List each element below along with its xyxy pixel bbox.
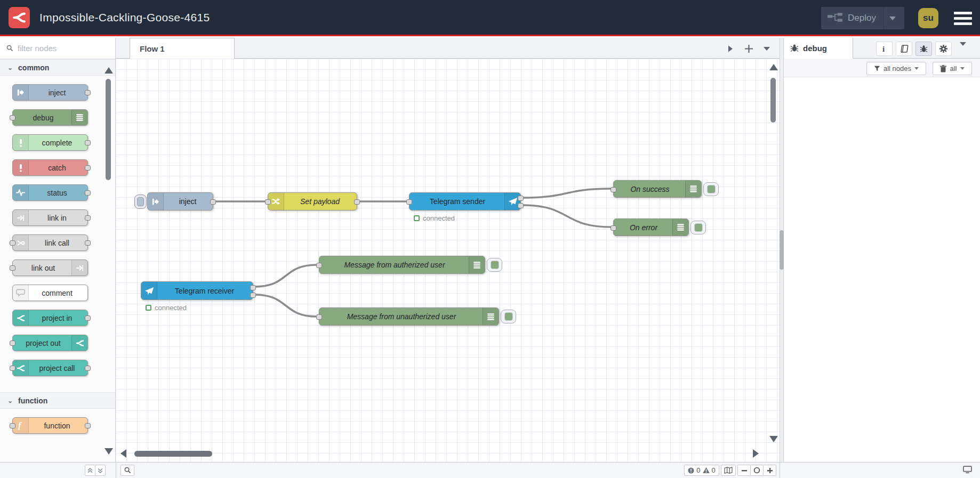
help-sidebar-button[interactable]: [896, 42, 912, 56]
palette-node-catch[interactable]: catch: [12, 159, 88, 176]
deploy-button[interactable]: Deploy: [821, 7, 904, 29]
node-output-port[interactable]: [85, 423, 91, 428]
node-input-port[interactable]: [265, 199, 271, 205]
palette-filter[interactable]: filter nodes: [0, 38, 115, 59]
palette-node-inject[interactable]: inject: [12, 84, 88, 101]
flow-node-telegram-sender[interactable]: Telegram senderconnected: [409, 192, 521, 210]
palette-node-comment[interactable]: comment: [12, 285, 88, 301]
tab-debug[interactable]: debug: [784, 38, 853, 59]
node-output-port[interactable]: [250, 285, 256, 290]
zoom-in-button[interactable]: [763, 465, 776, 476]
palette-scrollbar-thumb[interactable]: [106, 79, 111, 180]
debug-sidebar-button[interactable]: [915, 42, 932, 56]
canvas-hscrollbar-thumb[interactable]: [134, 451, 212, 457]
canvas-scroll-right[interactable]: [753, 449, 759, 458]
node-output-port[interactable]: [85, 240, 91, 246]
debug-filter-button[interactable]: all nodes: [866, 62, 926, 75]
debug-clear-button[interactable]: all: [933, 62, 972, 75]
wire-telegram-receiver-to-msg-unauthorized[interactable]: [255, 295, 317, 317]
tab-list-caret[interactable]: [760, 42, 774, 55]
user-avatar[interactable]: su: [918, 8, 938, 28]
inject-trigger-button[interactable]: [134, 195, 147, 209]
canvas-scroll-up[interactable]: [769, 64, 778, 70]
palette-category-function[interactable]: ⌄function: [0, 392, 115, 409]
node-input-port[interactable]: [611, 187, 616, 192]
palette-scroll-down[interactable]: [105, 448, 113, 455]
palette-node-complete[interactable]: complete: [12, 134, 88, 151]
warning-count: 0: [712, 466, 716, 474]
node-input-port[interactable]: [10, 115, 15, 120]
palette-expand-categories-button[interactable]: [95, 465, 106, 476]
palette-node-link-in[interactable]: link in: [12, 209, 88, 226]
flow-canvas[interactable]: injectSet payloadTelegram senderconnecte…: [116, 59, 780, 462]
node-output-port[interactable]: [85, 366, 91, 371]
palette-node-link-call[interactable]: link call: [12, 234, 88, 251]
node-output-port[interactable]: [85, 215, 91, 221]
flow-node-msg-unauthorized[interactable]: Message from unautherized user: [319, 307, 499, 326]
palette-node-project-in[interactable]: project in: [12, 310, 88, 326]
palette-node-project-call[interactable]: project call: [12, 360, 88, 376]
debug-toggle-button[interactable]: [501, 310, 516, 323]
debug-toggle-button[interactable]: [487, 258, 502, 272]
flow-node-set-payload[interactable]: Set payload: [268, 192, 357, 210]
palette-node-link-out[interactable]: link out: [12, 260, 88, 276]
sidebar-menu-caret[interactable]: [960, 46, 966, 55]
node-input-port[interactable]: [10, 366, 15, 371]
palette-node-function[interactable]: functionf: [12, 417, 88, 434]
next-tab-button[interactable]: [724, 42, 737, 55]
palette-node-debug[interactable]: debug: [12, 109, 88, 126]
zoom-reset-button[interactable]: [750, 465, 764, 476]
node-output-port[interactable]: [354, 199, 360, 205]
palette-collapse-categories-button[interactable]: [85, 465, 95, 476]
main-menu-button[interactable]: [954, 12, 972, 25]
palette-category-common[interactable]: ⌄common: [0, 59, 115, 76]
sidebar-divider-grip[interactable]: [780, 230, 784, 270]
tab-flow-1[interactable]: Flow 1: [130, 38, 235, 59]
node-output-port[interactable]: [85, 165, 91, 171]
node-output-port[interactable]: [85, 315, 91, 321]
node-output-port[interactable]: [518, 196, 524, 201]
node-input-port[interactable]: [316, 263, 322, 268]
node-output-port[interactable]: [85, 140, 91, 145]
node-input-port[interactable]: [10, 423, 15, 428]
flow-node-inject-node[interactable]: inject: [147, 192, 213, 210]
notification-counters[interactable]: 0 0: [684, 465, 719, 476]
wire-telegram-receiver-to-msg-authorized[interactable]: [255, 265, 317, 287]
wire-telegram-sender-to-on-success[interactable]: [523, 189, 611, 198]
canvas-search-button[interactable]: [121, 465, 134, 476]
palette-scroll-up[interactable]: [105, 67, 113, 74]
node-input-port[interactable]: [10, 240, 15, 246]
canvas-scroll-down[interactable]: [769, 436, 778, 442]
node-output-port[interactable]: [518, 203, 524, 208]
node-input-port[interactable]: [10, 265, 15, 271]
node-input-port[interactable]: [406, 199, 412, 205]
node-red-logo-icon[interactable]: [9, 7, 30, 28]
node-input-port[interactable]: [316, 314, 322, 320]
debug-toggle-button[interactable]: [690, 221, 706, 234]
canvas-vscrollbar-thumb[interactable]: [770, 78, 776, 123]
flow-node-telegram-receiver[interactable]: Telegram receiverconnected: [141, 281, 253, 300]
flow-node-on-error[interactable]: On error: [613, 218, 689, 236]
workspace-tabbar: Flow 1: [116, 38, 780, 59]
palette-node-status[interactable]: status: [12, 184, 88, 201]
debug-toggle-button[interactable]: [703, 182, 719, 196]
config-sidebar-button[interactable]: [935, 42, 952, 56]
node-output-port[interactable]: [210, 199, 216, 205]
deploy-options-caret[interactable]: [883, 7, 902, 29]
node-input-port[interactable]: [10, 341, 15, 346]
canvas-scroll-left[interactable]: [121, 449, 126, 458]
wire-telegram-sender-to-on-error[interactable]: [523, 205, 611, 227]
add-flow-button[interactable]: [742, 42, 756, 55]
debug-open-window-button[interactable]: [963, 466, 972, 476]
flow-node-on-success[interactable]: On success: [613, 180, 702, 198]
node-input-port[interactable]: [611, 225, 616, 231]
palette-node-project-out[interactable]: project out: [12, 335, 88, 351]
info-sidebar-button[interactable]: i: [876, 42, 893, 56]
node-output-port[interactable]: [85, 90, 91, 95]
zoom-out-button[interactable]: [737, 465, 751, 476]
flow-node-msg-authorized[interactable]: Message from autherized user: [319, 256, 485, 274]
map-icon: [724, 467, 733, 474]
navigator-button[interactable]: [721, 465, 736, 476]
node-output-port[interactable]: [250, 293, 256, 298]
node-output-port[interactable]: [85, 190, 91, 196]
